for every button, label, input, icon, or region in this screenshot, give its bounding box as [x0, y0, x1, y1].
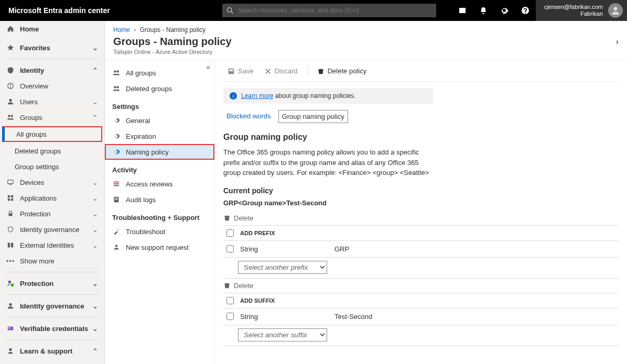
- svg-point-6: [10, 115, 13, 117]
- breadcrumb-home[interactable]: Home: [113, 26, 130, 34]
- prefix-row: String GRP: [223, 241, 619, 258]
- help-icon[interactable]: [515, 0, 536, 21]
- suffix-header-row: ADD SUFFIX: [223, 293, 619, 308]
- suffix-select[interactable]: Select another suffix: [238, 328, 327, 341]
- save-button[interactable]: Save: [223, 65, 258, 77]
- svg-rect-27: [114, 185, 120, 186]
- nav-applications[interactable]: Applications⌄: [0, 190, 104, 206]
- nav-all-groups[interactable]: All groups: [2, 126, 102, 142]
- suffix-row-checkbox[interactable]: [226, 313, 234, 320]
- svg-rect-12: [11, 198, 13, 201]
- nav-overview[interactable]: Overview: [0, 78, 104, 94]
- primary-sidebar: Home Favorites⌄ Identity⌃ Overview Users…: [0, 21, 105, 364]
- svg-point-20: [9, 348, 12, 351]
- page-title: Groups - Naming policy: [113, 36, 232, 48]
- svg-rect-9: [8, 195, 10, 197]
- nav-learn-support[interactable]: Learn & support⌃: [0, 343, 104, 359]
- tab-blocked-words[interactable]: Blocked words: [223, 110, 274, 123]
- prefix-delete-button[interactable]: Delete: [223, 214, 619, 222]
- breadcrumb: Home › Groups - Naming policy: [105, 21, 627, 34]
- nav-protection[interactable]: Protection⌄: [0, 275, 104, 291]
- nav-group-settings[interactable]: Group settings: [0, 159, 104, 174]
- svg-point-23: [114, 86, 116, 88]
- nav-external-identities[interactable]: External Identities⌄: [0, 237, 104, 253]
- current-policy-heading: Current policy: [223, 186, 619, 195]
- delete-policy-button[interactable]: Delete policy: [313, 65, 371, 77]
- nav-show-more[interactable]: •••Show more: [0, 253, 104, 269]
- blade-deleted-groups[interactable]: Deleted groups: [105, 81, 214, 96]
- suffix-select-row: Select another suffix: [223, 325, 619, 346]
- section-description: The Office 365 groups naming policy allo…: [223, 147, 433, 178]
- suffix-value: Test-Second: [334, 313, 372, 321]
- expand-icon[interactable]: ›: [616, 37, 619, 47]
- chevron-down-icon: ⌄: [92, 194, 98, 202]
- learn-more-bar: i Learn more about group naming policies…: [223, 88, 433, 104]
- blade-audit-logs[interactable]: Audit logs: [105, 192, 214, 207]
- nav-devices[interactable]: Devices⌄: [0, 174, 104, 190]
- nav-protection-item[interactable]: Protection⌄: [0, 206, 104, 222]
- chevron-down-icon: ⌄: [92, 210, 98, 218]
- svg-point-24: [116, 86, 118, 88]
- account-menu[interactable]: cjensen@fabrikan.com Fabrikan: [536, 0, 627, 21]
- suffix-select-all-checkbox[interactable]: [226, 297, 234, 304]
- blade-all-groups[interactable]: All groups: [105, 65, 214, 81]
- nav-identity-governance-item[interactable]: Identity governance⌄: [0, 222, 104, 237]
- blade-nav: « All groups Deleted groups Settings Gen…: [105, 61, 215, 364]
- svg-point-31: [115, 245, 117, 247]
- account-org: Fabrikan: [544, 10, 603, 17]
- suffix-type: String: [240, 313, 334, 321]
- tab-group-naming-policy[interactable]: Group naming policy: [278, 110, 348, 123]
- svg-point-5: [8, 115, 10, 117]
- prefix-select[interactable]: Select another prefix: [238, 261, 327, 274]
- suffix-row: String Test-Second: [223, 308, 619, 325]
- settings-icon[interactable]: [494, 0, 515, 21]
- blade-new-support[interactable]: New support request: [105, 239, 214, 255]
- chevron-up-icon: ⌃: [92, 347, 98, 355]
- account-email: cjensen@fabrikan.com: [544, 4, 603, 10]
- svg-rect-7: [8, 180, 14, 184]
- top-bar: Microsoft Entra admin center cjensen@fab…: [0, 0, 627, 21]
- nav-deleted-groups[interactable]: Deleted groups: [0, 143, 104, 159]
- nav-favorites[interactable]: Favorites⌄: [0, 40, 104, 56]
- svg-rect-14: [8, 243, 10, 248]
- nav-users[interactable]: Users⌄: [0, 94, 104, 109]
- discard-button[interactable]: Discard: [260, 65, 302, 77]
- svg-point-0: [614, 7, 618, 10]
- chevron-down-icon: ⌄: [92, 98, 98, 106]
- blade-expiration[interactable]: Expiration: [105, 128, 214, 144]
- section-heading: Group naming policy: [223, 133, 619, 142]
- blade-settings-heading: Settings: [105, 96, 214, 113]
- search-input[interactable]: [238, 7, 432, 14]
- breadcrumb-current: Groups - Naming policy: [140, 26, 206, 34]
- svg-rect-11: [8, 198, 10, 201]
- svg-rect-25: [114, 182, 120, 183]
- nav-verifiable-credentials[interactable]: Verifiable credentials⌄: [0, 321, 104, 336]
- svg-rect-13: [9, 213, 13, 216]
- svg-rect-29: [115, 198, 117, 198]
- nav-identity-governance[interactable]: Identity governance⌄: [0, 298, 104, 314]
- prefix-row-checkbox[interactable]: [226, 245, 234, 252]
- learn-more-link[interactable]: Learn more: [241, 92, 273, 100]
- blade-general[interactable]: General: [105, 113, 214, 128]
- toolbar: Save Discard Delete policy: [223, 61, 619, 82]
- svg-point-17: [9, 303, 12, 306]
- blade-troubleshoot-heading: Troubleshooting + Support: [105, 207, 214, 224]
- blade-troubleshoot[interactable]: Troubleshoot: [105, 224, 214, 239]
- prefix-type: String: [240, 245, 334, 253]
- blade-naming-policy[interactable]: Naming policy: [105, 144, 214, 160]
- collapse-nav-icon[interactable]: «: [206, 63, 210, 71]
- search-icon: [226, 7, 234, 14]
- nav-home[interactable]: Home: [0, 21, 104, 37]
- cloud-shell-icon[interactable]: [452, 0, 473, 21]
- suffix-delete-button[interactable]: Delete: [223, 282, 619, 290]
- nav-groups[interactable]: Groups⌃: [0, 109, 104, 125]
- avatar: [608, 3, 623, 18]
- notifications-icon[interactable]: [473, 0, 494, 21]
- blade-access-reviews[interactable]: Access reviews: [105, 176, 214, 192]
- prefix-select-all-checkbox[interactable]: [226, 229, 234, 237]
- chevron-down-icon: ⌄: [92, 44, 98, 52]
- prefix-header-row: ADD PREFIX: [223, 225, 619, 241]
- chevron-up-icon: ⌃: [92, 67, 98, 74]
- nav-identity[interactable]: Identity⌃: [0, 62, 104, 78]
- global-search[interactable]: [222, 4, 436, 17]
